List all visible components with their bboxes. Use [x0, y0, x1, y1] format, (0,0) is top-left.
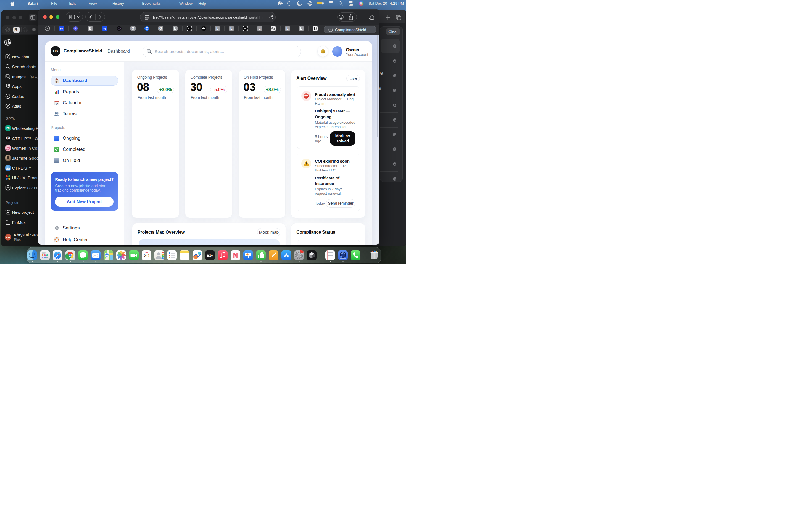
svg-text:P: P	[8, 137, 9, 139]
svg-text:17: 17	[56, 102, 58, 105]
